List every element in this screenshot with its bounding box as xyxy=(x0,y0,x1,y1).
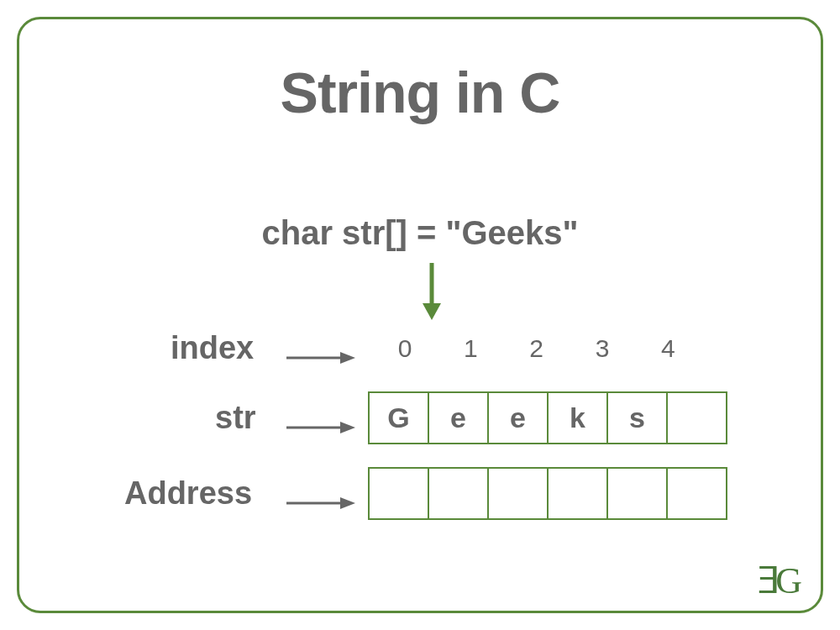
svg-marker-7 xyxy=(340,497,355,509)
array-cell xyxy=(666,467,727,520)
address-label: Address xyxy=(124,475,252,512)
index-value: 2 xyxy=(507,334,566,363)
str-label: str xyxy=(215,400,256,436)
svg-marker-5 xyxy=(340,422,355,433)
index-label: index xyxy=(171,330,254,366)
address-array-row xyxy=(368,467,727,520)
index-value: 4 xyxy=(638,334,697,363)
array-cell: k xyxy=(547,391,608,444)
logo-icon: ƎG xyxy=(757,559,797,602)
index-value: 1 xyxy=(441,334,500,363)
array-cell xyxy=(666,391,727,444)
str-array-row: G e e k s xyxy=(368,391,727,444)
down-arrow-icon xyxy=(419,263,444,320)
diagram-frame: String in C char str[] = "Geeks" index s… xyxy=(17,17,823,613)
index-row: 0 1 2 3 4 xyxy=(375,334,697,363)
svg-marker-3 xyxy=(340,352,355,364)
page-title: String in C xyxy=(281,60,560,125)
array-cell: s xyxy=(606,391,668,444)
array-cell xyxy=(368,467,429,520)
array-cell: G xyxy=(368,391,429,444)
index-value: 0 xyxy=(375,334,434,363)
array-cell xyxy=(547,467,608,520)
array-cell xyxy=(606,467,668,520)
arrow-right-icon xyxy=(286,496,355,511)
arrow-right-icon xyxy=(286,350,355,365)
svg-marker-1 xyxy=(423,303,441,320)
array-cell: e xyxy=(428,391,489,444)
array-cell xyxy=(487,467,549,520)
declaration-code: char str[] = "Geeks" xyxy=(262,214,579,252)
array-cell: e xyxy=(487,391,549,444)
index-value: 3 xyxy=(573,334,632,363)
arrow-right-icon xyxy=(286,420,355,435)
array-cell xyxy=(428,467,489,520)
